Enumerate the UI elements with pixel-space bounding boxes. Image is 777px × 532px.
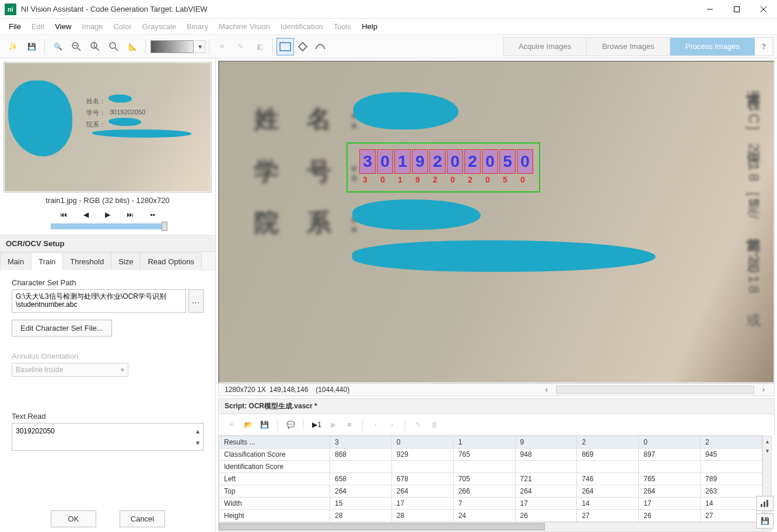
ocr-char-label: 0 [485,175,490,184]
ok-button[interactable]: OK [51,510,96,527]
run-once-icon[interactable]: ▶1 [310,418,324,432]
wand-icon: ✨ [4,38,22,55]
tab-size[interactable]: Size [111,253,141,270]
ocr-char: 2 [429,149,446,174]
zoom-out-icon[interactable] [68,38,85,55]
step-back-icon: ‹ [369,418,383,432]
cancel-button[interactable]: Cancel [120,510,165,527]
ocr-char: 3 [359,149,376,174]
menu-help[interactable]: Help [356,22,383,31]
frame-slider[interactable] [51,223,165,229]
cell [577,461,639,473]
eraser-icon: ◧ [251,38,268,55]
help-icon[interactable]: ? [755,37,774,56]
menu-view[interactable]: View [50,22,76,31]
ocr-char: 0 [517,149,533,174]
svg-rect-13 [299,42,307,50]
cell: 678 [391,473,453,485]
spin-up-icon[interactable]: ▴ [196,427,200,435]
ocr-char: 1 [394,149,411,174]
prev-frame-button[interactable]: ◀ [83,211,89,219]
svg-rect-14 [761,504,762,507]
zoom-fit-icon[interactable]: 1 [86,38,104,55]
menu-file[interactable]: File [4,22,26,31]
results-header: 3 [330,436,392,449]
tab-train[interactable]: Train [31,253,63,270]
thumbnail-label: train1.jpg - RGB (32 bits) - 1280x720 [0,196,215,205]
save-icon: 💾 [23,38,40,55]
table-hscroll[interactable] [219,522,762,531]
cell: 28 [391,510,453,522]
toolbar: ✨ 💾 🔍 1 📐 ▾ ✳ ✎ ◧ Acquire Images Browse … [0,35,777,58]
acquire-images-button[interactable]: Acquire Images [503,37,586,56]
results-header: 2 [577,436,639,449]
cell: 765 [453,449,515,461]
svg-line-5 [78,48,80,51]
browse-button[interactable]: ... [188,289,204,313]
ocr-char: 0 [447,149,463,174]
disk-icon[interactable]: 💾 [756,513,774,528]
viewer-status-bar: 1280x720 1X 149,148,146 (1044,440) ‹ › [218,383,775,396]
title-bar: ni NI Vision Assistant - Code Generation… [0,0,777,19]
viewer-hscroll[interactable] [556,386,754,394]
svg-rect-1 [734,6,740,12]
cell: 266 [453,485,515,498]
cell: 27 [701,510,762,522]
row-label: Classification Score [219,449,330,461]
maximize-button[interactable] [723,0,750,19]
cell: 868 [330,449,392,461]
open-icon: 📂 [241,418,255,432]
cell: 28 [330,510,392,522]
table-row: Width1517717141714 [219,498,762,510]
annulus-label: Annulus Orientation [12,352,204,360]
menu-grayscale: Grayscale [137,22,182,31]
svg-rect-15 [764,502,765,507]
stop-icon: ■ [342,418,356,432]
step-fwd-icon: › [385,418,399,432]
cell: 264 [577,485,639,498]
minimize-button[interactable] [696,0,723,19]
ruler-icon[interactable]: 📐 [124,38,141,55]
performance-icon[interactable] [756,496,774,511]
hscroll-left-icon[interactable]: ‹ [542,386,551,394]
tab-threshold[interactable]: Threshold [62,253,111,270]
browse-images-button[interactable]: Browse Images [586,37,670,56]
image-viewer[interactable]: 姓 名： 学 号： 33001199220022005500 院 系： 课本可在… [218,61,775,383]
run-icon: ▶ [326,418,340,432]
spin-down-icon[interactable]: ▾ [196,439,200,447]
zoom-in-icon[interactable]: 🔍 [49,38,66,55]
tab-read-options[interactable]: Read Options [140,253,202,270]
ocr-char: 0 [377,149,393,174]
row-label: Width [219,498,330,510]
delete-step-icon: 🗑 [428,418,442,432]
close-button[interactable] [750,0,777,19]
rotated-rect-tool[interactable] [294,38,312,55]
first-frame-button[interactable]: ⏮ [60,211,67,219]
last-frame-button[interactable]: ⏭ [127,211,134,219]
table-row: Top264264266264264264263 [219,485,762,498]
ocr-char-label: 9 [415,175,420,184]
row-label: Height [219,510,330,522]
charset-path-label: Character Set Path [12,278,204,287]
cell: 14 [577,498,639,510]
hscroll-right-icon[interactable]: › [759,386,768,394]
cell: 264 [639,485,701,498]
next-frame-button[interactable]: ▶ [105,211,110,219]
edit-step-icon: ✎ [411,418,425,432]
ocr-tabs: Main Train Threshold Size Read Options [0,252,215,270]
process-images-button[interactable]: Process Images [670,37,755,56]
side-vertical-text: 课本可在 [CC] 报告2018 是[5 / 第四号 [所 2018 或 [744,79,763,304]
rectangle-tool[interactable] [276,38,294,55]
zoom-actual-icon[interactable] [105,38,123,55]
save-script-icon: 💾 [257,418,271,432]
tab-main[interactable]: Main [0,253,32,270]
edit-charset-button[interactable]: Edit Character Set File... [12,320,112,337]
charset-path-input[interactable]: G:\天大\L3信号检测与处理\大作业\OCR学号识别\studentnumbe… [12,289,186,313]
cell: 24 [453,510,515,522]
annulus-tool[interactable] [312,38,329,55]
cell: 26 [515,510,577,522]
palette-dropdown[interactable]: ▾ [195,40,205,53]
thumbnails-icon[interactable]: ▪▪ [150,211,155,219]
menu-image: Image [76,22,108,31]
left-panel: 姓名： 学号： 3019202050 院系： train1.jpg - RGB … [0,58,216,532]
